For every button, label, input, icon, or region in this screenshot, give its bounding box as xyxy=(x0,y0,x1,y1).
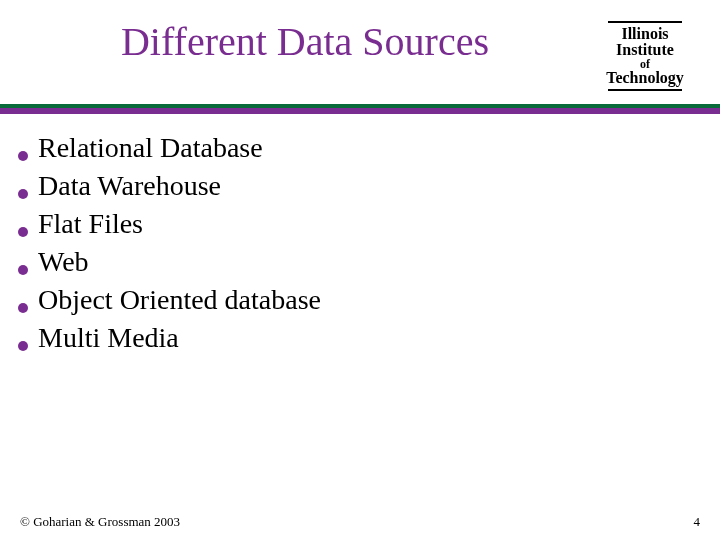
list-item: Web xyxy=(18,246,690,278)
bullet-icon xyxy=(18,303,28,313)
bullet-icon xyxy=(18,227,28,237)
bullet-icon xyxy=(18,341,28,351)
footer: © Goharian & Grossman 2003 4 xyxy=(0,514,720,530)
page-number: 4 xyxy=(694,514,701,530)
list-item: Relational Database xyxy=(18,132,690,164)
logo-line-1: Illinois xyxy=(590,26,700,42)
list-item-label: Flat Files xyxy=(38,208,143,240)
logo-bar-top xyxy=(608,21,682,23)
list-item-label: Relational Database xyxy=(38,132,263,164)
list-item: Multi Media xyxy=(18,322,690,354)
list-item: Object Oriented database xyxy=(18,284,690,316)
bullet-list: Relational Database Data Warehouse Flat … xyxy=(0,114,720,354)
copyright-text: © Goharian & Grossman 2003 xyxy=(20,514,180,530)
slide: Different Data Sources Illinois Institut… xyxy=(0,0,720,540)
list-item-label: Object Oriented database xyxy=(38,284,321,316)
list-item-label: Data Warehouse xyxy=(38,170,221,202)
logo-line-4: Technology xyxy=(590,70,700,86)
bullet-icon xyxy=(18,189,28,199)
list-item: Flat Files xyxy=(18,208,690,240)
divider xyxy=(0,104,720,114)
header: Different Data Sources Illinois Institut… xyxy=(0,0,720,94)
list-item-label: Web xyxy=(38,246,89,278)
page-title: Different Data Sources xyxy=(20,18,590,65)
logo-line-2: Institute xyxy=(590,42,700,58)
list-item-label: Multi Media xyxy=(38,322,179,354)
bullet-icon xyxy=(18,265,28,275)
institution-logo: Illinois Institute of Technology xyxy=(590,18,700,94)
logo-bar-bottom xyxy=(608,89,682,91)
list-item: Data Warehouse xyxy=(18,170,690,202)
bullet-icon xyxy=(18,151,28,161)
